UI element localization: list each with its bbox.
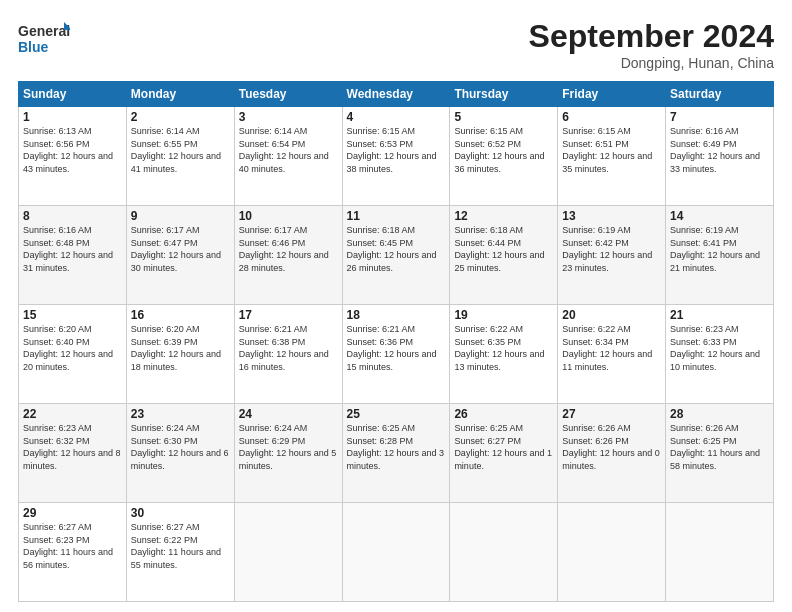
table-row xyxy=(234,503,342,602)
day-number: 29 xyxy=(23,506,122,520)
day-number: 3 xyxy=(239,110,338,124)
table-row: 17 Sunrise: 6:21 AMSunset: 6:38 PMDaylig… xyxy=(234,305,342,404)
table-row: 23 Sunrise: 6:24 AMSunset: 6:30 PMDaylig… xyxy=(126,404,234,503)
day-number: 23 xyxy=(131,407,230,421)
logo: General Blue xyxy=(18,18,70,58)
calendar-week-row: 15 Sunrise: 6:20 AMSunset: 6:40 PMDaylig… xyxy=(19,305,774,404)
table-row: 20 Sunrise: 6:22 AMSunset: 6:34 PMDaylig… xyxy=(558,305,666,404)
table-row: 28 Sunrise: 6:26 AMSunset: 6:25 PMDaylig… xyxy=(666,404,774,503)
calendar-week-row: 1 Sunrise: 6:13 AMSunset: 6:56 PMDayligh… xyxy=(19,107,774,206)
day-info: Sunrise: 6:20 AMSunset: 6:39 PMDaylight:… xyxy=(131,324,221,372)
calendar-week-row: 22 Sunrise: 6:23 AMSunset: 6:32 PMDaylig… xyxy=(19,404,774,503)
svg-text:Blue: Blue xyxy=(18,39,49,55)
table-row xyxy=(666,503,774,602)
day-number: 8 xyxy=(23,209,122,223)
day-info: Sunrise: 6:19 AMSunset: 6:41 PMDaylight:… xyxy=(670,225,760,273)
table-row: 6 Sunrise: 6:15 AMSunset: 6:51 PMDayligh… xyxy=(558,107,666,206)
col-wednesday: Wednesday xyxy=(342,82,450,107)
day-info: Sunrise: 6:13 AMSunset: 6:56 PMDaylight:… xyxy=(23,126,113,174)
day-info: Sunrise: 6:14 AMSunset: 6:55 PMDaylight:… xyxy=(131,126,221,174)
day-number: 4 xyxy=(347,110,446,124)
table-row: 7 Sunrise: 6:16 AMSunset: 6:49 PMDayligh… xyxy=(666,107,774,206)
day-info: Sunrise: 6:18 AMSunset: 6:45 PMDaylight:… xyxy=(347,225,437,273)
day-info: Sunrise: 6:17 AMSunset: 6:47 PMDaylight:… xyxy=(131,225,221,273)
table-row xyxy=(450,503,558,602)
day-info: Sunrise: 6:22 AMSunset: 6:34 PMDaylight:… xyxy=(562,324,652,372)
day-number: 18 xyxy=(347,308,446,322)
day-info: Sunrise: 6:16 AMSunset: 6:49 PMDaylight:… xyxy=(670,126,760,174)
day-info: Sunrise: 6:15 AMSunset: 6:52 PMDaylight:… xyxy=(454,126,544,174)
day-number: 1 xyxy=(23,110,122,124)
table-row: 9 Sunrise: 6:17 AMSunset: 6:47 PMDayligh… xyxy=(126,206,234,305)
day-info: Sunrise: 6:22 AMSunset: 6:35 PMDaylight:… xyxy=(454,324,544,372)
day-info: Sunrise: 6:21 AMSunset: 6:36 PMDaylight:… xyxy=(347,324,437,372)
day-info: Sunrise: 6:16 AMSunset: 6:48 PMDaylight:… xyxy=(23,225,113,273)
day-number: 28 xyxy=(670,407,769,421)
day-info: Sunrise: 6:15 AMSunset: 6:51 PMDaylight:… xyxy=(562,126,652,174)
day-info: Sunrise: 6:15 AMSunset: 6:53 PMDaylight:… xyxy=(347,126,437,174)
location: Dongping, Hunan, China xyxy=(529,55,774,71)
day-info: Sunrise: 6:24 AMSunset: 6:29 PMDaylight:… xyxy=(239,423,337,471)
month-title: September 2024 xyxy=(529,18,774,55)
table-row: 21 Sunrise: 6:23 AMSunset: 6:33 PMDaylig… xyxy=(666,305,774,404)
day-info: Sunrise: 6:25 AMSunset: 6:27 PMDaylight:… xyxy=(454,423,552,471)
day-info: Sunrise: 6:27 AMSunset: 6:22 PMDaylight:… xyxy=(131,522,221,570)
logo-svg: General Blue xyxy=(18,18,70,58)
day-number: 24 xyxy=(239,407,338,421)
day-number: 5 xyxy=(454,110,553,124)
day-number: 20 xyxy=(562,308,661,322)
table-row: 2 Sunrise: 6:14 AMSunset: 6:55 PMDayligh… xyxy=(126,107,234,206)
day-number: 11 xyxy=(347,209,446,223)
day-number: 12 xyxy=(454,209,553,223)
table-row: 11 Sunrise: 6:18 AMSunset: 6:45 PMDaylig… xyxy=(342,206,450,305)
col-sunday: Sunday xyxy=(19,82,127,107)
day-number: 13 xyxy=(562,209,661,223)
col-monday: Monday xyxy=(126,82,234,107)
table-row: 1 Sunrise: 6:13 AMSunset: 6:56 PMDayligh… xyxy=(19,107,127,206)
title-block: September 2024 Dongping, Hunan, China xyxy=(529,18,774,71)
day-info: Sunrise: 6:25 AMSunset: 6:28 PMDaylight:… xyxy=(347,423,445,471)
table-row: 12 Sunrise: 6:18 AMSunset: 6:44 PMDaylig… xyxy=(450,206,558,305)
day-info: Sunrise: 6:19 AMSunset: 6:42 PMDaylight:… xyxy=(562,225,652,273)
table-row: 18 Sunrise: 6:21 AMSunset: 6:36 PMDaylig… xyxy=(342,305,450,404)
table-row: 19 Sunrise: 6:22 AMSunset: 6:35 PMDaylig… xyxy=(450,305,558,404)
day-number: 7 xyxy=(670,110,769,124)
day-number: 21 xyxy=(670,308,769,322)
day-info: Sunrise: 6:20 AMSunset: 6:40 PMDaylight:… xyxy=(23,324,113,372)
table-row: 4 Sunrise: 6:15 AMSunset: 6:53 PMDayligh… xyxy=(342,107,450,206)
calendar-header-row: Sunday Monday Tuesday Wednesday Thursday… xyxy=(19,82,774,107)
day-info: Sunrise: 6:26 AMSunset: 6:26 PMDaylight:… xyxy=(562,423,660,471)
header: General Blue September 2024 Dongping, Hu… xyxy=(18,18,774,71)
table-row: 15 Sunrise: 6:20 AMSunset: 6:40 PMDaylig… xyxy=(19,305,127,404)
table-row: 30 Sunrise: 6:27 AMSunset: 6:22 PMDaylig… xyxy=(126,503,234,602)
table-row: 14 Sunrise: 6:19 AMSunset: 6:41 PMDaylig… xyxy=(666,206,774,305)
col-saturday: Saturday xyxy=(666,82,774,107)
day-number: 25 xyxy=(347,407,446,421)
table-row: 8 Sunrise: 6:16 AMSunset: 6:48 PMDayligh… xyxy=(19,206,127,305)
table-row: 22 Sunrise: 6:23 AMSunset: 6:32 PMDaylig… xyxy=(19,404,127,503)
col-friday: Friday xyxy=(558,82,666,107)
table-row: 29 Sunrise: 6:27 AMSunset: 6:23 PMDaylig… xyxy=(19,503,127,602)
day-info: Sunrise: 6:14 AMSunset: 6:54 PMDaylight:… xyxy=(239,126,329,174)
calendar: Sunday Monday Tuesday Wednesday Thursday… xyxy=(18,81,774,602)
day-info: Sunrise: 6:23 AMSunset: 6:33 PMDaylight:… xyxy=(670,324,760,372)
day-number: 10 xyxy=(239,209,338,223)
day-info: Sunrise: 6:17 AMSunset: 6:46 PMDaylight:… xyxy=(239,225,329,273)
table-row: 3 Sunrise: 6:14 AMSunset: 6:54 PMDayligh… xyxy=(234,107,342,206)
day-info: Sunrise: 6:26 AMSunset: 6:25 PMDaylight:… xyxy=(670,423,760,471)
table-row: 16 Sunrise: 6:20 AMSunset: 6:39 PMDaylig… xyxy=(126,305,234,404)
day-number: 27 xyxy=(562,407,661,421)
calendar-week-row: 29 Sunrise: 6:27 AMSunset: 6:23 PMDaylig… xyxy=(19,503,774,602)
table-row: 13 Sunrise: 6:19 AMSunset: 6:42 PMDaylig… xyxy=(558,206,666,305)
day-number: 19 xyxy=(454,308,553,322)
day-number: 14 xyxy=(670,209,769,223)
day-number: 15 xyxy=(23,308,122,322)
table-row: 10 Sunrise: 6:17 AMSunset: 6:46 PMDaylig… xyxy=(234,206,342,305)
day-number: 30 xyxy=(131,506,230,520)
day-number: 17 xyxy=(239,308,338,322)
day-info: Sunrise: 6:21 AMSunset: 6:38 PMDaylight:… xyxy=(239,324,329,372)
col-tuesday: Tuesday xyxy=(234,82,342,107)
table-row xyxy=(558,503,666,602)
calendar-week-row: 8 Sunrise: 6:16 AMSunset: 6:48 PMDayligh… xyxy=(19,206,774,305)
table-row xyxy=(342,503,450,602)
